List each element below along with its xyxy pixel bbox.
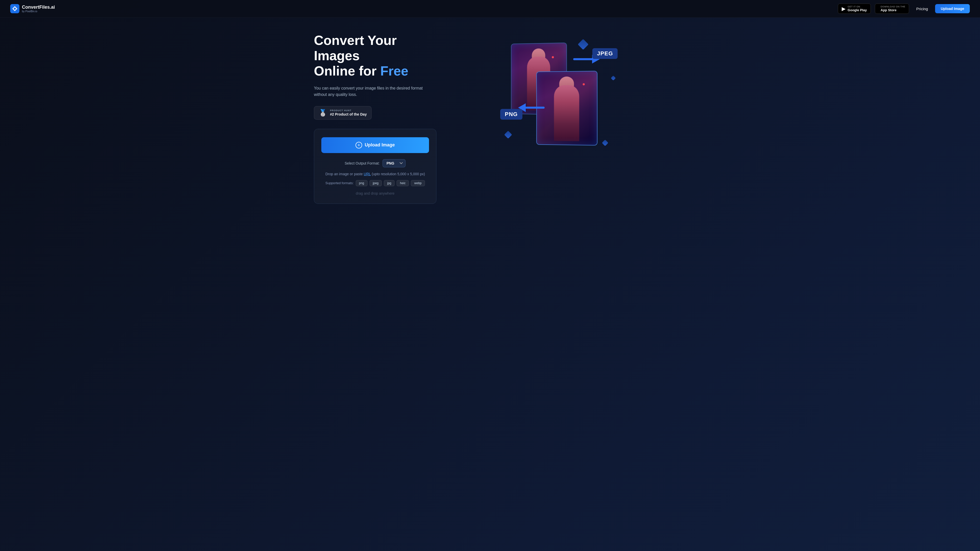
medal-icon: 🥈 <box>319 109 327 117</box>
upload-zone: + Upload Image Select Output Format: PNG… <box>314 129 436 204</box>
navbar: ConvertFiles.ai by PixelBin.io ▶ GET IT … <box>0 0 980 17</box>
right-panel: JPEG PNG <box>447 33 671 160</box>
diamond-1 <box>578 39 589 50</box>
format-select[interactable]: PNG JPEG WEBP HEIC JPG <box>383 159 406 167</box>
format-tag-jpg: jpg <box>384 180 395 186</box>
hero-title-accent: Free <box>380 64 408 78</box>
logo-text: ConvertFiles.ai by PixelBin.io <box>22 5 55 13</box>
app-name: ConvertFiles.ai <box>22 5 55 10</box>
red-dot-2 <box>583 83 585 86</box>
hero-title-line1: Convert Your Images <box>314 33 397 63</box>
product-hunt-badge[interactable]: 🥈 PRODUCT HUNT #2 Product of the Day <box>314 106 372 120</box>
format-tag-jpeg: jpeg <box>369 180 382 186</box>
jpeg-label: JPEG <box>592 48 617 59</box>
upload-image-button[interactable]: + Upload Image <box>321 137 429 153</box>
plus-icon: + <box>355 142 362 148</box>
app-tagline: by PixelBin.io <box>22 10 55 13</box>
nav-upload-button[interactable]: Upload Image <box>935 4 970 13</box>
upload-btn-label: Upload Image <box>365 142 395 148</box>
url-link[interactable]: URL <box>364 172 371 176</box>
drop-info-text: Drop an image or paste <box>325 172 364 176</box>
logo: ConvertFiles.ai by PixelBin.io <box>10 4 55 13</box>
format-select-label: Select Output Format: <box>345 161 380 165</box>
drag-drop-hint: drag and drop anywhere <box>321 191 429 195</box>
diamond-3 <box>602 140 608 146</box>
drop-info-suffix: (upto resolution 5,000 x 5,000 px) <box>371 172 425 176</box>
hero-subtitle: You can easily convert your image files … <box>314 85 431 98</box>
format-tag-webp: webp <box>411 180 425 186</box>
drop-info: Drop an image or paste URL (upto resolut… <box>321 172 429 176</box>
google-play-icon: ▶ <box>842 6 845 12</box>
format-tag-heic: heic <box>396 180 409 186</box>
format-tag-png: png <box>356 180 368 186</box>
google-play-line1: GET IT ON <box>848 5 867 8</box>
pricing-link[interactable]: Pricing <box>913 5 931 13</box>
left-panel: Convert Your Images Online for Free You … <box>314 33 447 204</box>
hero-title: Convert Your Images Online for Free <box>314 33 436 79</box>
illustration: JPEG PNG <box>495 35 623 158</box>
google-play-badge[interactable]: ▶ GET IT ON Google Play <box>838 3 870 14</box>
hero-title-line2-plain: Online for <box>314 64 380 78</box>
app-store-line1: Download on the <box>881 5 905 8</box>
logo-icon <box>10 4 19 13</box>
format-row: Select Output Format: PNG JPEG WEBP HEIC… <box>321 159 429 167</box>
product-hunt-title: #2 Product of the Day <box>330 112 367 117</box>
app-store-badge[interactable]: Download on the App Store <box>875 3 909 14</box>
supported-formats: Supported formats: png jpeg jpg heic web… <box>321 180 429 186</box>
product-hunt-label: PRODUCT HUNT <box>330 109 367 112</box>
google-play-line2: Google Play <box>848 8 867 12</box>
app-store-line2: App Store <box>881 8 905 12</box>
main-content: Convert Your Images Online for Free You … <box>299 17 681 214</box>
nav-right: ▶ GET IT ON Google Play Download on the … <box>838 3 970 14</box>
diamond-2 <box>504 131 512 139</box>
diamond-4 <box>611 76 616 81</box>
png-label: PNG <box>500 109 522 120</box>
supported-label: Supported formats: <box>325 181 354 185</box>
